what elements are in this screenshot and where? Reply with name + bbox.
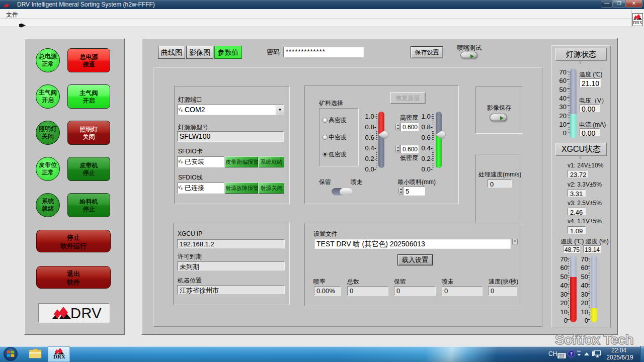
svg-text:?: ? <box>570 351 573 356</box>
